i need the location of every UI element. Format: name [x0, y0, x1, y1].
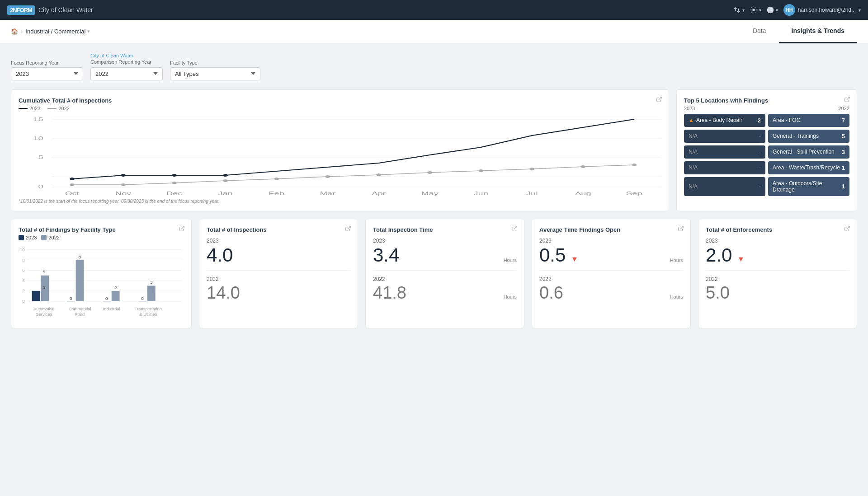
svg-point-30: [223, 179, 228, 182]
focus-year-select[interactable]: 2023 2022 2021: [11, 67, 83, 80]
help-btn[interactable]: ▾: [767, 6, 778, 14]
svg-point-34: [427, 171, 432, 174]
cumulative-export-btn[interactable]: [656, 96, 662, 104]
total-inspections-card: Total # of Inspections 2023 4.0 2022 14.…: [199, 219, 358, 328]
breadcrumb-current[interactable]: Industrial / Commercial ▾: [25, 28, 90, 35]
svg-text:0: 0: [22, 298, 25, 303]
comparison-year-label: City of Clean WaterComparison Reporting …: [90, 52, 163, 66]
warning-icon-1: ▲: [689, 117, 694, 123]
svg-text:Food: Food: [75, 312, 85, 317]
svg-text:Oct: Oct: [65, 190, 80, 196]
svg-text:Services: Services: [36, 312, 52, 317]
tab-data[interactable]: Data: [740, 20, 779, 43]
tabs: Data Insights & Trends: [740, 20, 857, 43]
enf-trend-icon: ▼: [737, 255, 745, 263]
svg-text:Dec: Dec: [166, 190, 183, 196]
svg-text:5: 5: [38, 154, 43, 159]
transfer-btn[interactable]: ▾: [733, 6, 745, 14]
time-value-compare: 41.8: [373, 284, 517, 301]
top-cards-row: Cumulative Total # of Inspections 2023 2…: [11, 89, 857, 211]
insp-year-compare: 2022: [207, 276, 350, 282]
svg-rect-60: [112, 290, 120, 301]
svg-text:Automotive: Automotive: [33, 306, 55, 311]
bar-legend-2022: 2022: [41, 235, 59, 240]
findings-export-btn[interactable]: [179, 225, 185, 233]
total-enforcements-card: Total # of Enforcements 2023 2.0 ▼ 2022 …: [698, 219, 857, 328]
svg-text:Nov: Nov: [115, 190, 132, 196]
chart-legend: 2023 2022: [19, 106, 661, 111]
svg-rect-56: [76, 260, 84, 301]
avg-time-findings-card: Average Time Findings Open 2023 0.5 ▼ Ho…: [532, 219, 691, 328]
svg-text:6: 6: [22, 267, 25, 272]
time-year-compare: 2022: [373, 276, 517, 282]
facility-type-select[interactable]: All Types Automotive Services Commercial…: [170, 67, 260, 80]
enf-year-focus: 2023: [706, 238, 849, 244]
avg-value-compare: 0.6: [539, 284, 683, 301]
comparison-year-select[interactable]: 2022 2021 2020: [90, 67, 163, 80]
svg-text:0: 0: [38, 183, 43, 189]
loc-row-2: N/A - General - Trainings 5: [684, 130, 849, 143]
topnav-right: ▾ ▾ ▾ HH harrison.howard@2nd... ▾: [733, 4, 861, 16]
bottom-cards-row: Total # of Findings by Facility Type 202…: [11, 219, 857, 328]
city-name: City of Clean Water: [38, 6, 93, 14]
brand-icon: 2NFORM: [7, 5, 35, 15]
insp-value-focus: 4.0: [207, 246, 350, 265]
svg-text:0: 0: [141, 295, 144, 300]
home-link[interactable]: 🏠: [11, 28, 18, 35]
user-menu[interactable]: HH harrison.howard@2nd... ▾: [783, 4, 861, 16]
breadcrumb: 🏠 › Industrial / Commercial ▾: [11, 28, 740, 35]
svg-text:Industrial: Industrial: [103, 306, 120, 311]
enforcements-export-btn[interactable]: [844, 225, 850, 233]
avg-trend-icon: ▼: [571, 255, 578, 263]
inspections-export-btn[interactable]: [345, 225, 351, 233]
svg-point-38: [632, 164, 637, 166]
svg-text:& Utilities: & Utilities: [139, 312, 157, 317]
findings-chart-card: Total # of Findings by Facility Type 202…: [11, 219, 192, 328]
tab-insights[interactable]: Insights & Trends: [779, 20, 857, 43]
avg-year-focus: 2023: [539, 238, 683, 244]
svg-point-37: [580, 165, 585, 168]
svg-text:4: 4: [22, 278, 25, 283]
svg-point-0: [753, 9, 755, 11]
settings-btn[interactable]: ▾: [750, 6, 761, 14]
loc-left-5: N/A -: [684, 177, 765, 196]
legend-2022: 2022: [47, 106, 69, 111]
total-inspections-title: Total # of Inspections: [207, 226, 350, 233]
svg-text:Apr: Apr: [372, 190, 386, 196]
svg-point-24: [121, 174, 126, 177]
svg-text:Commercial: Commercial: [69, 306, 91, 311]
user-email: harrison.howard@2nd...: [798, 7, 856, 13]
legend-dash-2022: [47, 108, 57, 109]
loc-right-4: Area - Waste/Trash/Recycle 1: [768, 161, 849, 174]
loc-right-1: Area - FOG 7: [768, 114, 849, 127]
enforcements-title: Total # of Enforcements: [706, 226, 849, 233]
avg-unit-compare: Hours: [670, 294, 683, 299]
avg-export-btn[interactable]: [678, 225, 684, 233]
findings-chart-svg: 10 8 6 4 2 0 2: [19, 244, 184, 321]
bar-legend: 2023 2022: [19, 235, 184, 240]
legend-dash-2023: [19, 108, 28, 109]
loc-right-2: General - Trainings 5: [768, 130, 849, 143]
brand[interactable]: 2NFORM City of Clean Water: [7, 5, 93, 15]
svg-rect-64: [147, 285, 156, 301]
focus-year-filter: Focus Reporting Year 2023 2022 2021: [11, 60, 83, 80]
facility-type-label: Facility Type: [170, 60, 260, 66]
comparison-year-filter: City of Clean WaterComparison Reporting …: [90, 52, 163, 80]
loc-left-4: N/A -: [684, 161, 765, 174]
cumulative-chart-card: Cumulative Total # of Inspections 2023 2…: [11, 89, 669, 211]
loc-row-3: N/A - General - Spill Prevention 3: [684, 145, 849, 159]
loc-year-left: 2023: [684, 106, 695, 111]
svg-point-25: [172, 174, 177, 177]
top5-export-btn[interactable]: [844, 96, 850, 104]
filters-row: Focus Reporting Year 2023 2022 2021 City…: [11, 52, 857, 80]
focus-year-label: Focus Reporting Year: [11, 60, 83, 66]
time-export-btn[interactable]: [511, 225, 518, 233]
svg-text:Sep: Sep: [626, 190, 642, 196]
time-unit-focus: Hours: [504, 257, 517, 263]
time-unit-compare: Hours: [504, 294, 517, 299]
breadcrumb-sep: ›: [21, 28, 23, 35]
enf-value-compare: 5.0: [706, 284, 849, 301]
svg-text:10: 10: [33, 135, 43, 140]
svg-text:2: 2: [114, 285, 117, 290]
loc-row-1: ▲Area - Body Repair 2 Area - FOG 7: [684, 114, 849, 127]
